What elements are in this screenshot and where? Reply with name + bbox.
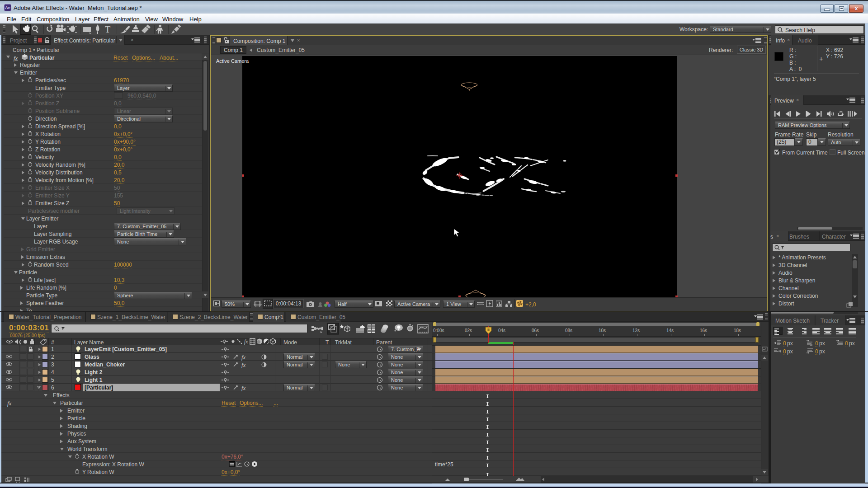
svg-text:T: T xyxy=(105,24,110,34)
svg-text:fx: fx xyxy=(244,338,248,345)
